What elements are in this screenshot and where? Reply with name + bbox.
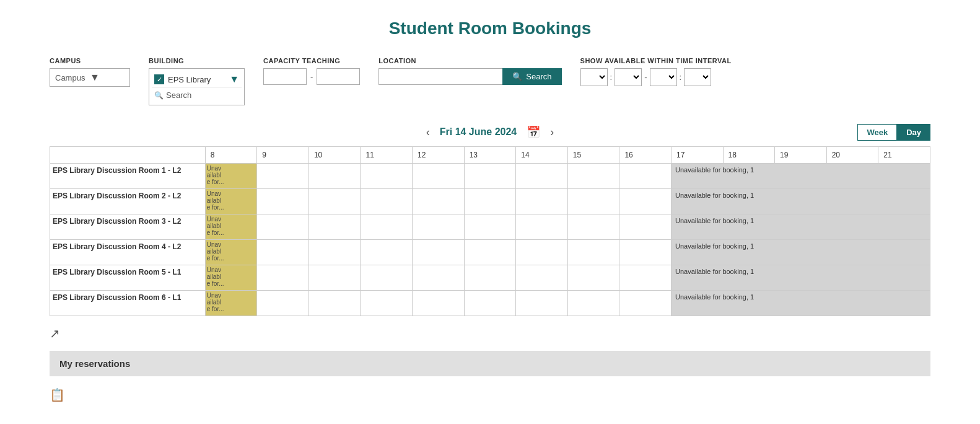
campus-label: CAMPUS <box>50 57 130 64</box>
hour-cell-15[interactable] <box>567 189 619 214</box>
hour-cell-12[interactable] <box>413 164 465 189</box>
table-row[interactable]: EPS Library Discussion Room 6 - L1Unav a… <box>50 291 930 316</box>
hour-cell-14[interactable] <box>516 214 568 240</box>
hour-cell-15[interactable] <box>567 164 619 189</box>
hour-cell-11[interactable] <box>361 291 413 316</box>
hour-cell-12[interactable] <box>413 214 465 240</box>
time-to-hour-select[interactable] <box>650 68 677 86</box>
hour-cell-13[interactable] <box>464 214 516 240</box>
room-unavail-end-cell[interactable]: Unavailable for booking, 1 <box>671 189 930 214</box>
table-row[interactable]: EPS Library Discussion Room 2 - L2Unav a… <box>50 189 930 214</box>
day-view-button[interactable]: Day <box>897 124 930 141</box>
table-row[interactable]: EPS Library Discussion Room 3 - L2Unav a… <box>50 214 930 240</box>
building-checkbox-icon: ✓ <box>154 74 164 84</box>
unavail-start-block: Unav ailabl e for... <box>206 265 257 290</box>
unavail-start-block: Unav ailabl e for... <box>206 164 257 188</box>
hour-cell-10[interactable] <box>308 164 361 189</box>
hour-cell-9[interactable] <box>257 265 309 291</box>
reservations-icon: 📋 <box>50 387 65 402</box>
hour-cell-9[interactable] <box>257 214 309 240</box>
capacity-separator: - <box>310 72 313 81</box>
time-from-hour-select[interactable] <box>580 68 608 86</box>
hour-13-header: 13 <box>464 147 516 164</box>
hour-cell-16[interactable] <box>619 164 672 189</box>
hour-cell-16[interactable] <box>619 240 672 265</box>
hour-cell-16[interactable] <box>619 265 672 291</box>
calendar-center: ‹ Fri 14 June 2024 📅 › <box>426 125 554 139</box>
hour-cell-14[interactable] <box>516 291 568 316</box>
room-unavail-start-cell[interactable]: Unav ailabl e for... <box>205 240 257 265</box>
hour-cell-13[interactable] <box>464 189 516 214</box>
room-unavail-end-cell[interactable]: Unavailable for booking, 1 <box>671 240 930 265</box>
location-label: LOCATION <box>378 57 561 64</box>
time-to-min-select[interactable] <box>684 68 711 86</box>
unavail-start-block: Unav ailabl e for... <box>206 214 257 239</box>
hour-cell-9[interactable] <box>257 291 309 316</box>
room-unavail-end-cell[interactable]: Unavailable for booking, 1 <box>671 164 930 189</box>
hour-20-header: 20 <box>826 147 878 164</box>
hour-cell-13[interactable] <box>464 265 516 291</box>
next-date-button[interactable]: › <box>550 126 554 139</box>
hour-cell-16[interactable] <box>619 189 672 214</box>
hour-cell-10[interactable] <box>308 214 361 240</box>
hour-cell-10[interactable] <box>308 240 361 265</box>
hour-10-header: 10 <box>308 147 361 164</box>
view-buttons: Week Day <box>857 124 930 141</box>
building-dropdown[interactable]: ✓ EPS Library ▼ 🔍 Search <box>149 68 245 105</box>
room-unavail-start-cell[interactable]: Unav ailabl e for... <box>205 291 257 316</box>
hour-cell-10[interactable] <box>308 291 361 316</box>
room-unavail-end-cell[interactable]: Unavailable for booking, 1 <box>671 291 930 316</box>
room-unavail-start-cell[interactable]: Unav ailabl e for... <box>205 164 257 189</box>
room-unavail-start-cell[interactable]: Unav ailabl e for... <box>205 265 257 291</box>
hour-cell-15[interactable] <box>567 265 619 291</box>
hour-cell-13[interactable] <box>464 291 516 316</box>
hour-cell-11[interactable] <box>361 240 413 265</box>
building-item[interactable]: ✓ EPS Library ▼ <box>152 71 242 87</box>
hour-17-header: 17 <box>671 147 723 164</box>
hour-cell-10[interactable] <box>308 189 361 214</box>
hour-cell-11[interactable] <box>361 164 413 189</box>
hour-cell-15[interactable] <box>567 291 619 316</box>
table-row[interactable]: EPS Library Discussion Room 4 - L2Unav a… <box>50 240 930 265</box>
hour-cell-11[interactable] <box>361 214 413 240</box>
hour-cell-12[interactable] <box>413 240 465 265</box>
hour-cell-12[interactable] <box>413 189 465 214</box>
hour-cell-14[interactable] <box>516 189 568 214</box>
external-link-icon[interactable]: ↗︎ <box>50 326 60 341</box>
hour-cell-12[interactable] <box>413 291 465 316</box>
hour-cell-10[interactable] <box>308 265 361 291</box>
room-unavail-end-cell[interactable]: Unavailable for booking, 1 <box>671 265 930 291</box>
capacity-from-input[interactable] <box>263 68 307 85</box>
hour-cell-11[interactable] <box>361 189 413 214</box>
capacity-to-input[interactable] <box>317 68 360 85</box>
week-view-button[interactable]: Week <box>857 124 897 141</box>
hour-cell-9[interactable] <box>257 189 309 214</box>
prev-date-button[interactable]: ‹ <box>426 126 430 139</box>
location-input[interactable] <box>378 68 502 85</box>
hour-cell-9[interactable] <box>257 164 309 189</box>
hour-cell-15[interactable] <box>567 240 619 265</box>
time-from-min-select[interactable] <box>615 68 642 86</box>
hour-cell-16[interactable] <box>619 214 672 240</box>
search-icon: 🔍 <box>512 72 522 81</box>
room-unavail-end-cell[interactable]: Unavailable for booking, 1 <box>671 214 930 240</box>
table-row[interactable]: EPS Library Discussion Room 1 - L2Unav a… <box>50 164 930 189</box>
my-reservations-header: My reservations <box>50 351 930 376</box>
hour-cell-13[interactable] <box>464 240 516 265</box>
search-button[interactable]: 🔍 Search <box>502 68 561 85</box>
room-unavail-start-cell[interactable]: Unav ailabl e for... <box>205 189 257 214</box>
hour-cell-13[interactable] <box>464 164 516 189</box>
hour-cell-12[interactable] <box>413 265 465 291</box>
campus-select[interactable]: Campus ▼ <box>50 68 130 87</box>
hour-cell-9[interactable] <box>257 240 309 265</box>
hour-cell-15[interactable] <box>567 214 619 240</box>
room-unavail-start-cell[interactable]: Unav ailabl e for... <box>205 214 257 240</box>
table-row[interactable]: EPS Library Discussion Room 5 - L1Unav a… <box>50 265 930 291</box>
bottom-section: ↗︎ My reservations 📋 <box>0 316 980 417</box>
hour-cell-14[interactable] <box>516 164 568 189</box>
hour-cell-14[interactable] <box>516 265 568 291</box>
hour-cell-16[interactable] <box>619 291 672 316</box>
calendar-icon[interactable]: 📅 <box>527 125 540 139</box>
hour-cell-11[interactable] <box>361 265 413 291</box>
hour-cell-14[interactable] <box>516 240 568 265</box>
